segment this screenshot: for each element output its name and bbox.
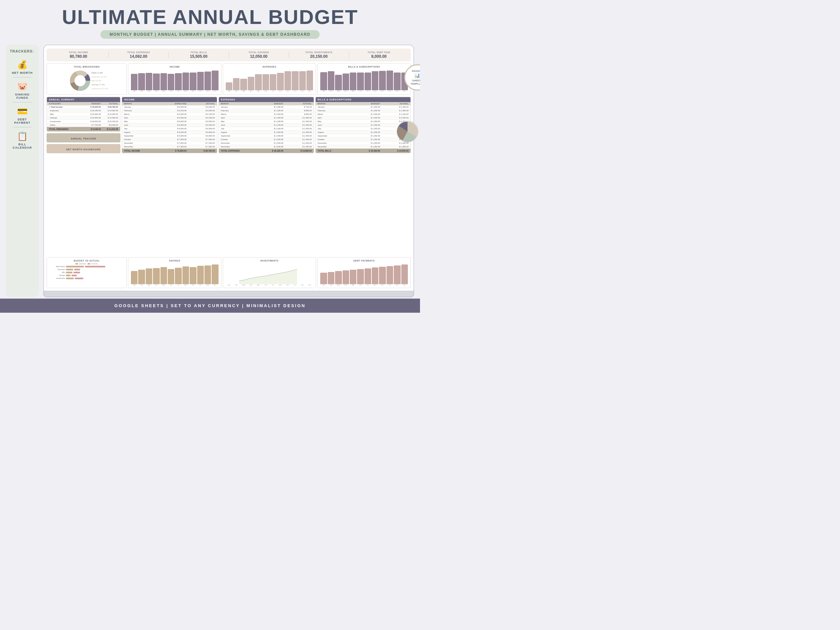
debt-payment-icon: 💳 <box>17 106 28 117</box>
table-cell-actual: $ 7,000.00 <box>186 139 215 141</box>
bar-item <box>146 73 152 90</box>
table-row: July$ 1,200.00$ 1,200.00 <box>219 127 314 131</box>
table-cell-expected: $ 6,000.00 <box>158 128 187 129</box>
x-label: DEC <box>306 90 313 92</box>
table-cell-month: December <box>221 146 255 148</box>
total-remaining-label: TOTAL REMAINING <box>49 128 83 130</box>
expenses-total-row: TOTAL EXPENSES $ 16,180.00 $ 14,062.00 <box>219 148 314 153</box>
table-cell-month: May <box>317 120 352 122</box>
pie-badge <box>396 120 419 143</box>
annual-tracker-button[interactable]: ANNUAL TRACKER <box>47 133 120 142</box>
laptop-container: TOTAL INCOME 80,780.00 TOTAL EXPENSES 14… <box>43 45 414 297</box>
row-budget: $ 18,000.00 <box>83 120 101 122</box>
bar-item <box>204 265 211 284</box>
bar-item <box>387 266 393 284</box>
bva-legend-budget <box>76 263 78 264</box>
stat-total-bills-value: 15,505.00 <box>170 54 227 59</box>
x-label: SEP <box>284 284 291 286</box>
table-cell-budget: $ 1,500.00 <box>255 142 284 144</box>
x-label: APR <box>248 284 254 286</box>
bva-bar-expenses-actual <box>74 269 80 270</box>
table-row: March$ 1,282.00$ 1,100.00 <box>316 112 411 116</box>
table-cell-actual: $ 1,200.00 <box>283 128 312 129</box>
annual-summary-title: ANNUAL SUMMARY <box>49 98 74 101</box>
expenses-table-section: EXPENSES MONTH BUDGET ACTUAL January$ 1,… <box>218 97 314 255</box>
expenses-chart-area: JANFEBMARAPRMAYJUNJULAUGSEPOCTNOVDEC <box>225 69 314 93</box>
income-table-title: INCOME <box>124 98 135 101</box>
stat-total-bills: TOTAL BILLS 15,505.00 <box>170 51 227 59</box>
table-row: October$ 7,000.00$ 7,000.00 <box>122 138 217 141</box>
bva-row-investments: Investments <box>50 277 123 279</box>
table-cell-month: November <box>221 142 255 144</box>
bills-total-budget: $ 15,384.00 <box>352 150 380 152</box>
bar-item <box>197 72 204 90</box>
expenses-table-header: EXPENSES <box>219 97 314 102</box>
table-cell-budget: $ 1,300.00 <box>255 131 284 133</box>
investments-x-labels: JANFEBMARAPRMAYJUNJULAUGSEPOCTNOVDEC <box>225 284 314 286</box>
income-chart-area: JANFEBMARAPRMAYJUNJULAUGSEPOCTNOVDEC <box>130 69 219 93</box>
expenses-table: EXPENSES MONTH BUDGET ACTUAL January$ 1,… <box>218 97 314 153</box>
table-cell-month: March <box>221 113 255 115</box>
sidebar-item-sinking-funds[interactable]: 🐷 SINKING FUNDS <box>8 78 36 101</box>
tables-row: ANNUAL SUMMARY CATEGORY BUDGET ACTUAL + … <box>47 97 411 255</box>
table-cell-budget: $ 1,282.00 <box>352 128 380 129</box>
expenses-total-actual: $ 14,062.00 <box>283 150 312 152</box>
footer-text: GOOGLE SHEETS | SET TO ANY CURRENCY | MI… <box>0 303 420 308</box>
bar-item <box>335 271 341 284</box>
table-cell-actual: $ 850.00 <box>283 113 312 115</box>
trackers-label: TRACKERS: <box>8 49 34 53</box>
bar-item <box>320 72 327 90</box>
annual-summary-col-actual: ACTUAL <box>101 103 118 105</box>
bills-col-budget: BUDGET <box>352 103 380 105</box>
income-table-section: INCOME MONTH EXPECTED ACTUAL January$ 6,… <box>122 97 217 255</box>
bva-bar-bills-actual <box>74 272 80 273</box>
x-label: MAY <box>161 284 167 286</box>
income-col-expected: EXPECTED <box>158 103 187 105</box>
sidebar-item-bill-calendar[interactable]: 📋 BILL CALENDAR <box>8 128 36 151</box>
stat-total-savings: TOTAL SAVINGS 12,050.00 <box>231 51 287 59</box>
expenses-col-budget: BUDGET <box>255 103 284 105</box>
table-cell-actual: $ 1,300.00 <box>283 131 312 133</box>
income-x-labels: JANFEBMARAPRMAYJUNJULAUGSEPOCTNOVDEC <box>130 90 219 92</box>
x-label: NOV <box>204 90 211 92</box>
x-label: NOV <box>299 90 306 92</box>
table-cell-expected: $ 6,500.00 <box>158 131 187 133</box>
chart-investments-bottom: INVESTMENTS JANFEBMARAPRMAYJUNJULAUGSEPO… <box>223 257 316 288</box>
stat-total-investments-value: 20,150.00 <box>291 54 347 59</box>
chart-savings-bottom: SAVINGS JANFEBMARAPRMAYJUNJULAUGSEPOCTNO… <box>128 257 221 288</box>
bar-item <box>131 271 137 284</box>
table-row: February$ 1,300.00$ 900.00 <box>219 109 314 112</box>
table-cell-budget: $ 1,282.00 <box>352 117 380 119</box>
table-cell-actual: $ 6,500.00 <box>186 128 215 129</box>
x-label: JUN <box>262 284 269 286</box>
x-label: MAR <box>240 284 247 286</box>
x-label: JAN <box>226 284 232 286</box>
sidebar-item-debt-payment[interactable]: 💳 DEBT PAYMENT <box>8 103 36 126</box>
net-worth-dashboard-button[interactable]: NET WORTH DASHBOARD <box>47 144 120 153</box>
total-remaining-budget: $ 9,336.00 <box>83 128 101 130</box>
bva-bar-expenses-budget <box>66 269 73 270</box>
bar-item <box>320 273 327 284</box>
income-col-actual: ACTUAL <box>186 103 215 105</box>
row-budget: $ 15,384.00 <box>83 113 101 115</box>
bar-item <box>212 264 218 284</box>
bar-item <box>350 73 356 90</box>
sidebar-item-net-worth[interactable]: 💰 NET WORTH <box>8 57 36 76</box>
table-cell-expected: $ 6,200.00 <box>158 113 187 115</box>
table-row: April$ 1,300.00$ 1,000.00 <box>219 116 314 120</box>
row-cat: - Expenses <box>49 110 83 112</box>
x-label: NOV <box>394 90 400 92</box>
x-label: JUL <box>270 284 276 286</box>
x-label: JUN <box>357 90 363 92</box>
table-cell-month: April <box>124 117 158 119</box>
bva-label-savings: Savings <box>50 274 65 276</box>
row-actual: $ 8,000.00 <box>101 124 118 126</box>
bva-row-income: Total Income <box>50 265 123 267</box>
x-label: JUN <box>168 90 174 92</box>
table-cell-actual: $ 1,400.00 <box>283 142 312 144</box>
bar-item <box>212 71 218 90</box>
bills-col-month: MONTH <box>317 103 352 105</box>
table-cell-month: March <box>317 113 352 115</box>
x-label: OCT <box>387 284 393 286</box>
x-label: NOV <box>204 284 211 286</box>
